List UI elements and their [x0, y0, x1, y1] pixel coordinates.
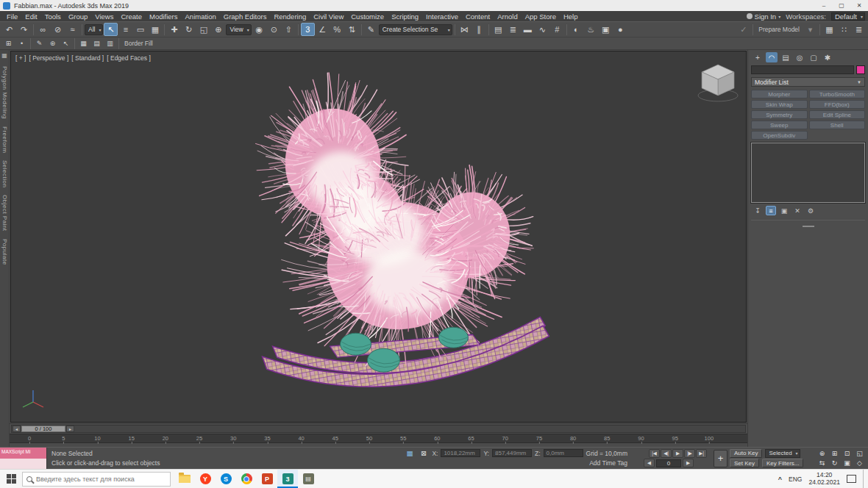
select-and-manipulate-icon[interactable]: ⊙	[267, 23, 281, 36]
select-and-place-icon[interactable]: ⊕	[211, 23, 225, 36]
pin-stack-icon[interactable]: ↧	[753, 206, 763, 215]
angle-snap-icon[interactable]: ∠	[316, 23, 330, 36]
mirror-icon[interactable]: ⋈	[458, 23, 472, 36]
hamburger-menu-icon[interactable]: ≣	[852, 23, 866, 36]
toggle-layer-explorer-icon[interactable]: ≣	[506, 23, 520, 36]
menu-create[interactable]: Create	[117, 12, 146, 21]
modifier-button-symmetry[interactable]: Symmetry	[751, 110, 808, 119]
menu-graph-editors[interactable]: Graph Editors	[220, 12, 271, 21]
time-slider-track[interactable]: ◂ 0 / 100 ▸	[11, 425, 746, 433]
menu-modifiers[interactable]: Modifiers	[146, 12, 182, 21]
set-key-button[interactable]: Set Key	[730, 459, 759, 467]
select-object-icon[interactable]: ↖	[104, 23, 118, 36]
grid-tool-b-icon[interactable]: ▤	[90, 38, 103, 49]
modifier-button-skin-wrap[interactable]: Skin Wrap	[751, 100, 808, 109]
action-center-icon[interactable]	[847, 475, 856, 483]
snaps-toggle-icon[interactable]: 3	[301, 23, 315, 36]
keyboard-shortcut-override-icon[interactable]: ⇧	[282, 23, 296, 36]
modifier-button-morpher[interactable]: Morpher	[751, 90, 808, 98]
viewport-window-icon[interactable]: ⊞	[2, 38, 15, 49]
modifier-button-opensubdiv[interactable]: OpenSubdiv	[751, 131, 808, 140]
modifier-button-edit-spline[interactable]: Edit Spline	[809, 110, 866, 119]
app-icon[interactable]: ▤	[298, 470, 319, 488]
go-to-start-button[interactable]: |◀	[649, 449, 660, 458]
previous-frame-arrow[interactable]: ◂	[13, 426, 21, 432]
auto-key-button[interactable]: Auto Key	[730, 449, 762, 458]
rectangular-selection-region-icon[interactable]: ▭	[133, 23, 147, 36]
search-input[interactable]	[36, 476, 166, 483]
toggle-scene-explorer-icon[interactable]: ▤	[491, 23, 505, 36]
skype-icon[interactable]: S	[216, 470, 236, 488]
display-tab-icon[interactable]: ▢	[808, 52, 819, 62]
modifier-button-shell[interactable]: Shell	[809, 121, 866, 129]
select-and-link-icon[interactable]: ∞	[36, 23, 50, 36]
taskbar-search[interactable]	[22, 472, 171, 487]
toggle-ribbon-icon[interactable]: ▬	[521, 23, 535, 36]
key-mode-dropdown[interactable]: Selected	[765, 449, 800, 458]
zoom-extents-icon[interactable]: ⊡	[842, 449, 853, 458]
viewport-general-menu[interactable]: [ + ]	[15, 54, 26, 62]
record-icon[interactable]: •	[15, 38, 28, 49]
show-desktop-button[interactable]	[863, 470, 867, 488]
viewport-pov-menu[interactable]: [ Perspective ]	[29, 54, 68, 62]
render-production-icon[interactable]: ●	[613, 23, 627, 36]
workspace-dropdown[interactable]: Default	[831, 12, 865, 21]
zoom-region-icon[interactable]: ◱	[854, 449, 865, 458]
minimize-button[interactable]: –	[815, 0, 833, 11]
menu-content[interactable]: Content	[462, 12, 494, 21]
bind-to-space-warp-icon[interactable]: ≈	[65, 23, 79, 36]
zoom-all-icon[interactable]: ⊞	[829, 449, 840, 458]
grid-tool-c-icon[interactable]: ▥	[104, 38, 116, 49]
ribbon-tab-selection[interactable]: Selection	[1, 160, 8, 187]
listener-line[interactable]	[0, 459, 46, 470]
civil-view-check-icon[interactable]: ✓	[736, 23, 750, 36]
pan-icon[interactable]: ⇆	[817, 459, 828, 467]
ribbon-tab-freeform[interactable]: Freeform	[1, 126, 8, 153]
modifier-button-ffd-box[interactable]: FFD(box)	[809, 100, 866, 109]
viewport-canvas[interactable]	[11, 51, 746, 422]
named-selection-sets-dropdown[interactable]: Create Selection Se	[379, 24, 452, 35]
arrow-tool-icon[interactable]: ↖	[60, 38, 72, 49]
motion-tab-icon[interactable]: ◎	[794, 52, 805, 62]
material-editor-icon[interactable]: ◐	[569, 23, 583, 36]
reference-coordinate-dropdown[interactable]: View	[226, 24, 251, 35]
prepare-model-dropdown-icon[interactable]: ▾	[803, 23, 817, 36]
menu-tools[interactable]: Tools	[41, 12, 65, 21]
remove-modifier-icon[interactable]: ✕	[792, 206, 803, 215]
spinner-snap-icon[interactable]: ⇅	[345, 23, 359, 36]
add-time-tag[interactable]: Add Time Tag	[589, 459, 627, 467]
modifier-button-turbosmooth[interactable]: TurboSmooth	[809, 90, 866, 98]
ribbon-config-icon[interactable]: ▦	[1, 52, 7, 59]
z-coordinate-field[interactable]: 0,0mm	[544, 449, 583, 457]
redo-icon[interactable]: ↷	[17, 23, 31, 36]
tray-expand-icon[interactable]: ^	[778, 476, 782, 483]
undo-icon[interactable]: ↶	[2, 23, 16, 36]
go-to-end-button[interactable]: ▶|	[696, 449, 707, 458]
rendered-frame-window-icon[interactable]: ▣	[599, 23, 613, 36]
walk-through-icon[interactable]: ◇	[854, 459, 865, 467]
play-button[interactable]: ▶	[672, 449, 683, 458]
maxscript-mini-listener[interactable]: MAXScript Mi	[0, 448, 47, 469]
x-coordinate-field[interactable]: 1018,22mm	[441, 449, 480, 457]
chrome-icon[interactable]	[236, 470, 257, 488]
ribbon-tab-populate[interactable]: Populate	[1, 239, 8, 265]
modify-tab-icon[interactable]: ◠	[766, 52, 778, 62]
render-setup-icon[interactable]: ♨	[584, 23, 598, 36]
select-and-scale-icon[interactable]: ◱	[196, 23, 210, 36]
unlink-selection-icon[interactable]: ⊘	[51, 23, 65, 36]
schematic-view-icon[interactable]: #	[550, 23, 564, 36]
hierarchy-tab-icon[interactable]: ▤	[780, 52, 791, 62]
configure-modifier-sets-icon[interactable]: ⚙	[805, 206, 816, 215]
edit-named-selection-sets-icon[interactable]: ✎	[364, 23, 378, 36]
object-color-swatch[interactable]	[856, 65, 865, 74]
paint-deform-icon[interactable]: ⊛	[46, 38, 59, 49]
key-filters-button[interactable]: Key Filters...	[762, 459, 803, 467]
select-and-move-icon[interactable]: ✚	[167, 23, 181, 36]
next-frame-button[interactable]: ▶	[683, 459, 694, 467]
previous-key-button[interactable]: ◀|	[661, 449, 672, 458]
3dsmax-icon[interactable]: 3	[277, 470, 298, 488]
select-and-rotate-icon[interactable]: ↻	[182, 23, 196, 36]
orbit-icon[interactable]: ↻	[829, 459, 840, 467]
close-button[interactable]: ✕	[850, 0, 868, 11]
file-explorer-icon[interactable]	[174, 470, 195, 488]
